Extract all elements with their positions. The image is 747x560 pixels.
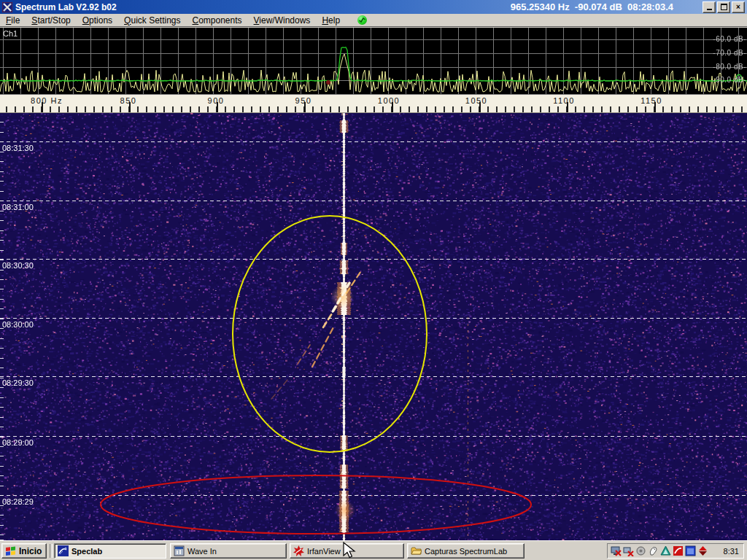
time-gridline — [0, 141, 747, 142]
time-label: 08:29:30 — [2, 378, 34, 387]
task-wave-in[interactable]: Wave In — [170, 543, 287, 559]
minimize-button[interactable] — [703, 1, 716, 13]
taskbar-divider — [50, 544, 53, 558]
frequency-ruler[interactable]: 800 Hz 850 900 950 1000 1050 1100 1150 — [0, 95, 747, 113]
desktop: Spectrum Lab V2.92 b02 965.25340 Hz -90.… — [0, 0, 747, 560]
taskbar: Inicio Speclab Wave In — [0, 540, 747, 560]
close-icon: × — [736, 4, 740, 11]
time-label: 08:30:00 — [2, 320, 34, 329]
speclab-icon — [58, 545, 69, 556]
time-gridline — [0, 318, 747, 319]
waterfall-canvas — [0, 113, 747, 540]
window-titlebar: Spectrum Lab V2.92 b02 965.25340 Hz -90.… — [0, 0, 747, 14]
start-button[interactable]: Inicio — [1, 543, 47, 559]
spectrum-canvas — [0, 28, 747, 95]
window-title: Spectrum Lab V2.92 b02 — [15, 2, 117, 12]
menu-start-stop[interactable]: Start/Stop — [26, 15, 76, 26]
system-tray: 8:31 — [607, 543, 744, 559]
ruler-major-ticks — [0, 102, 747, 112]
db-scale-60: -60.0 dB- — [713, 35, 746, 43]
task-speclab[interactable]: Speclab — [54, 543, 166, 559]
menu-bar: File Start/Stop Options Quick Settings C… — [0, 14, 747, 27]
db-scale-90: -90.0 dB- — [713, 76, 746, 84]
time-gridline — [0, 495, 747, 496]
paint-app-icon[interactable] — [673, 545, 684, 556]
antivirus-logo-icon[interactable] — [660, 545, 671, 556]
restore-icon — [721, 4, 727, 10]
app-icon — [2, 2, 12, 12]
time-gridline — [0, 436, 747, 437]
waterfall-pane[interactable]: 08:31:30 08:31:00 08:30:30 08:30:00 08:2… — [0, 113, 747, 540]
updown-transfer-icon[interactable] — [697, 545, 708, 556]
start-label: Inicio — [19, 546, 42, 556]
time-label: 08:29:00 — [2, 438, 34, 447]
folder-icon — [411, 545, 422, 556]
irfanview-icon — [293, 545, 304, 556]
running-status-icon[interactable] — [357, 15, 367, 25]
time-label: 08:28:29 — [2, 497, 34, 506]
restore-button[interactable] — [717, 1, 730, 13]
network-error-icon[interactable] — [623, 545, 634, 556]
menu-options[interactable]: Options — [77, 15, 118, 26]
display-muted-icon[interactable] — [611, 545, 622, 556]
task-label: Speclab — [71, 547, 102, 556]
time-gridline — [0, 201, 747, 201]
time-gridline — [0, 259, 747, 260]
task-label: IrfanView — [307, 547, 341, 556]
db-scale-80: -80.0 dB- — [713, 63, 746, 71]
task-label: Wave In — [187, 547, 217, 556]
wave-in-icon — [174, 545, 185, 556]
window-app-icon[interactable] — [685, 545, 696, 556]
close-button[interactable]: × — [732, 1, 745, 13]
task-capturas-folder[interactable]: Capturas SpectrumLab — [407, 543, 525, 559]
minimize-icon — [707, 9, 712, 10]
spectrum-pane[interactable]: Ch1 -60.0 dB- -70.0 dB- -80.0 dB- -90.0 … — [0, 28, 747, 95]
menu-help[interactable]: Help — [316, 15, 346, 26]
cursor-readout: 965.25340 Hz -90.074 dB 08:28:03.4 — [511, 1, 673, 12]
time-gridline — [0, 376, 747, 377]
db-scale-70: -70.0 dB- — [713, 49, 746, 57]
windows-logo-icon — [5, 545, 16, 556]
menu-components[interactable]: Components — [187, 15, 248, 26]
time-label: 08:31:30 — [2, 144, 34, 152]
task-irfanview[interactable]: IrfanView — [290, 543, 404, 559]
volume-knob-icon[interactable] — [635, 545, 646, 556]
mouse-icon[interactable] — [648, 545, 659, 556]
channel-label: Ch1 — [3, 29, 18, 38]
menu-view-windows[interactable]: View/Windows — [248, 15, 317, 26]
menu-quick-settings[interactable]: Quick Settings — [118, 15, 186, 26]
time-label: 08:30:30 — [2, 261, 34, 270]
tray-clock[interactable]: 8:31 — [724, 547, 740, 556]
task-label: Capturas SpectrumLab — [425, 547, 507, 556]
time-label: 08:31:00 — [2, 203, 34, 211]
menu-file[interactable]: File — [0, 15, 26, 26]
